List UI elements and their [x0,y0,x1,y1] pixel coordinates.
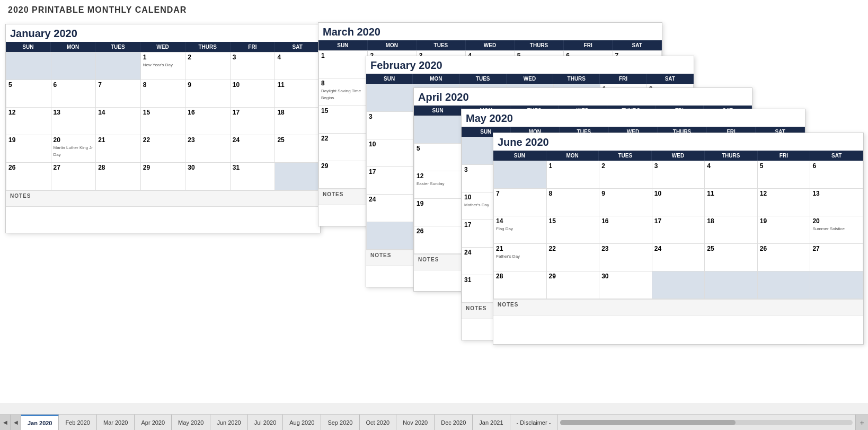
table-row [494,161,547,189]
table-row: 10 [367,139,413,167]
table-row: 26 [758,244,811,271]
tab-jan2021[interactable]: Jan 2021 [473,415,510,430]
table-row: 9 [185,80,231,108]
tab-nov2020[interactable]: Nov 2020 [396,415,435,430]
table-row: 1 [547,161,600,189]
june-notes-area [493,315,863,344]
table-row: 24 [231,135,276,163]
table-row [758,271,811,299]
table-row [652,271,705,299]
table-row: 23 [185,135,231,163]
scrollbar-thumb[interactable] [560,420,736,425]
table-row: 7 [494,189,547,216]
tab-aug2020[interactable]: Aug 2020 [283,415,321,430]
table-row: 22 [141,135,186,163]
table-row: 25 [705,244,758,271]
tab-sep2020[interactable]: Sep 2020 [321,415,359,430]
table-row: 19 [414,199,463,226]
table-row: 3 [652,161,705,189]
table-row: 4 [275,52,320,80]
table-row: 17 [652,216,705,244]
table-row [6,52,51,80]
table-row: 15 [547,216,600,244]
april-title: April 2020 [414,88,752,106]
table-row: 8 [547,189,600,216]
tab-jun2020[interactable]: Jun 2020 [210,415,247,430]
march-header: SUN MON TUES WED THURS FRI SAT [318,40,662,50]
table-row: 22 [547,244,600,271]
table-row: 5 [6,80,51,108]
table-row: 25 [275,135,320,163]
add-sheet-button[interactable]: + [855,415,868,430]
table-row: 15 [141,108,186,135]
table-row: 24 [367,195,413,222]
january-title: January 2020 [6,24,320,42]
table-row: 7 [96,80,141,108]
march-title: March 2020 [318,23,662,40]
table-row: 16 [599,216,652,244]
horizontal-scrollbar[interactable] [560,420,853,425]
table-row: 11 [705,189,758,216]
table-row: 14Flag Day [494,216,547,244]
table-row: 27 [810,244,863,271]
table-row: 12Easter Sunday [414,171,463,199]
table-row [367,84,413,112]
table-row: 30 [599,271,652,299]
tab-oct2020[interactable]: Oct 2020 [360,415,397,430]
table-row: 3 [231,52,276,80]
table-row: 20Summer Solstice [810,216,863,244]
table-row: 31 [231,163,276,190]
table-row: 14 [96,108,141,135]
table-row [275,163,320,190]
table-row: 30 [185,163,231,190]
table-row [705,271,758,299]
jan-mon: MON [51,42,96,52]
tab-prev-button2[interactable]: ◀ [11,415,21,430]
table-row: 12 [6,108,51,135]
table-row: 10 [652,189,705,216]
tab-dec2020[interactable]: Dec 2020 [435,415,473,430]
table-row [414,116,463,144]
table-row: 5 [758,161,811,189]
table-row: 6 [51,80,96,108]
june-notes: NOTES [493,299,863,315]
table-row: 8 [141,80,186,108]
table-row: 16 [185,108,231,135]
table-row: 6 [810,161,863,189]
june-header: SUN MON TUES WED THURS FRI SAT [493,151,863,161]
main-content: 2020 PRINTABLE MONTHLY CALENDAR January … [0,0,868,403]
table-row: 9 [599,189,652,216]
table-row [96,52,141,80]
table-row: 29 [319,161,368,189]
tab-prev-button[interactable]: ◀ [0,415,11,430]
february-header: SUN MON TUES WED THURS FRI SAT [366,74,694,84]
jan-fri: FRI [231,42,276,52]
table-row: 4 [705,161,758,189]
table-row: 2 [599,161,652,189]
table-row: 26 [414,226,463,254]
calendar-june: June 2020 SUN MON TUES WED THURS FRI SAT… [493,133,864,345]
tab-mar2020[interactable]: Mar 2020 [97,415,135,430]
tab-feb2020[interactable]: Feb 2020 [59,415,96,430]
table-row: 18 [705,216,758,244]
table-row [810,271,863,299]
table-row: 12 [758,189,811,216]
tab-may2020[interactable]: May 2020 [172,415,210,430]
january-notes-area [6,206,320,233]
table-row: 1 [319,51,368,78]
tab-apr2020[interactable]: Apr 2020 [135,415,172,430]
page-title: 2020 PRINTABLE MONTHLY CALENDAR [8,5,860,15]
table-row: 1New Year's Day [141,52,186,80]
june-body: 1 2 3 4 5 6 7 8 9 10 11 12 13 14Flag Day… [493,161,863,299]
jan-sat: SAT [275,42,320,52]
tab-disclaimer[interactable]: - Disclaimer - [510,415,558,430]
table-row: 24 [652,244,705,271]
january-header: SUN MON TUES WED THURS FRI SAT [6,42,320,52]
january-notes: NOTES [6,190,320,206]
table-row: 5 [414,144,463,171]
table-row: 2 [185,52,231,80]
table-row: 11 [275,80,320,108]
tab-jul2020[interactable]: Jul 2020 [248,415,284,430]
tab-jan2020[interactable]: Jan 2020 [21,415,59,430]
table-row: 20Martin Luther King Jr Day [51,135,96,163]
